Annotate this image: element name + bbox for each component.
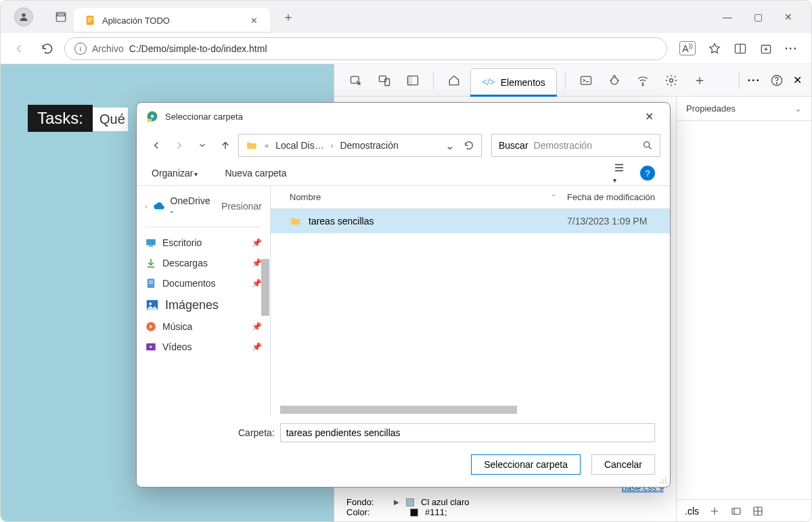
dialog-recent-dropdown[interactable] xyxy=(192,135,212,156)
inspect-icon[interactable] xyxy=(344,68,368,93)
refresh-icon[interactable] xyxy=(464,140,474,151)
nav-refresh-button[interactable] xyxy=(36,37,59,60)
breadcrumb-local-disk[interactable]: Local Dis… xyxy=(275,140,324,151)
device-toggle-icon[interactable] xyxy=(372,68,397,93)
dialog-titlebar[interactable]: Seleccionar carpeta ✕ xyxy=(137,103,670,130)
window-minimize-icon[interactable]: — xyxy=(723,11,732,22)
sidebar-item-documents[interactable]: Documentos📌 xyxy=(137,273,270,293)
help-icon[interactable] xyxy=(765,68,789,93)
col-date[interactable]: Fecha de modificación xyxy=(567,192,655,202)
add-rule-icon[interactable] xyxy=(708,505,721,517)
dialog-app-icon xyxy=(146,110,158,122)
sidebar-scrollbar[interactable] xyxy=(261,259,269,316)
breadcrumb-overflow[interactable]: « xyxy=(265,141,269,149)
browser-tab[interactable]: Aplicación TODO ✕ xyxy=(74,8,270,32)
folder-picker-dialog: Seleccionar carpeta ✕ « Local Dis… › Dem… xyxy=(136,102,671,488)
list-h-scrollbar[interactable] xyxy=(280,406,660,414)
split-screen-icon[interactable] xyxy=(734,42,747,55)
console-icon[interactable] xyxy=(574,68,598,93)
col-name[interactable]: Nombre xyxy=(290,192,540,202)
svg-point-17 xyxy=(669,78,673,82)
drive-icon xyxy=(246,139,258,151)
svg-rect-6 xyxy=(88,21,91,22)
devtools-close-icon[interactable]: ✕ xyxy=(793,74,802,87)
dialog-help-icon[interactable]: ? xyxy=(640,166,655,181)
breadcrumb[interactable]: « Local Dis… › Demostración ⌄ xyxy=(238,134,482,157)
css-prop-color[interactable]: Color: #111; xyxy=(346,507,664,517)
resize-grip-icon[interactable] xyxy=(658,475,667,484)
folder-name-input[interactable] xyxy=(280,423,655,442)
network-conditions-icon[interactable] xyxy=(631,68,655,93)
color-swatch-icon[interactable] xyxy=(410,508,418,517)
window-close-icon[interactable]: ✕ xyxy=(784,11,792,22)
sidebar-item-downloads[interactable]: Descargas📌 xyxy=(137,253,270,273)
dialog-up-button[interactable] xyxy=(215,135,235,156)
computed-icon[interactable] xyxy=(752,505,764,517)
issues-icon[interactable] xyxy=(602,68,627,93)
cls-label[interactable]: .cls xyxy=(685,506,699,517)
css-prop-background[interactable]: Fondo: ▶ Cl azul claro xyxy=(346,497,664,507)
profile-avatar[interactable] xyxy=(14,7,33,26)
tab-actions-icon[interactable] xyxy=(48,4,74,30)
tab-elements[interactable]: </> Elementos xyxy=(470,68,557,97)
svg-point-19 xyxy=(776,82,777,83)
svg-rect-20 xyxy=(732,508,740,515)
list-item[interactable]: tareas sencillas 7/13/2023 1:09 PM xyxy=(271,209,670,233)
svg-rect-28 xyxy=(149,246,153,247)
svg-rect-14 xyxy=(581,76,591,85)
tab-close-icon[interactable]: ✕ xyxy=(248,16,259,26)
new-folder-button[interactable]: Nueva carpeta xyxy=(225,168,286,179)
settings-icon[interactable] xyxy=(659,68,683,93)
more-menu-icon[interactable]: ··· xyxy=(785,43,798,55)
dialog-forward-button[interactable] xyxy=(169,135,189,156)
site-info-icon[interactable]: i xyxy=(74,43,87,55)
toggle-classes-icon[interactable] xyxy=(730,505,742,517)
nav-back-button[interactable] xyxy=(7,37,30,60)
properties-panel-header[interactable]: Propiedades ⌄ xyxy=(677,97,811,121)
select-folder-button[interactable]: Seleccionar carpeta xyxy=(471,454,581,475)
list-header[interactable]: Nombre ⌃ Fecha de modificación xyxy=(271,186,670,209)
more-tabs-icon[interactable]: ＋ xyxy=(687,68,712,93)
address-bar[interactable]: i Archivo C:/Demo/simple-to-do/index.htm… xyxy=(64,37,667,60)
expand-icon[interactable]: ▶ xyxy=(394,498,399,506)
task-input[interactable]: Qué xyxy=(93,108,128,131)
chevron-right-icon: › xyxy=(331,141,334,149)
sidebar-item-videos[interactable]: Vídeos📌 xyxy=(137,337,270,357)
chevron-down-icon: ⌄ xyxy=(794,103,802,114)
new-tab-button[interactable]: ＋ xyxy=(282,9,294,25)
svg-rect-30 xyxy=(149,281,153,281)
dialog-back-button[interactable] xyxy=(146,135,166,156)
svg-rect-2 xyxy=(58,14,65,16)
dialog-title: Seleccionar carpeta xyxy=(165,112,243,122)
svg-rect-31 xyxy=(149,283,153,283)
organize-menu[interactable]: Organizar▾ xyxy=(152,168,198,179)
read-aloud-icon[interactable]: A)) xyxy=(679,41,695,55)
cancel-button[interactable]: Cancelar xyxy=(591,454,655,475)
tab-elements-label: Elementos xyxy=(501,77,545,88)
sidebar-item-desktop[interactable]: Escritorio📌 xyxy=(137,233,270,253)
tab-title: Aplicación TODO xyxy=(102,16,242,26)
welcome-icon[interactable] xyxy=(442,68,466,93)
color-swatch-icon[interactable] xyxy=(406,498,414,506)
svg-point-41 xyxy=(660,482,661,483)
window-maximize-icon[interactable]: ▢ xyxy=(754,11,763,22)
item-date: 7/13/2023 1:09 PM xyxy=(567,216,647,227)
elements-tab-icon: </> xyxy=(482,77,495,88)
breadcrumb-demo[interactable]: Demostración xyxy=(340,140,398,151)
svg-rect-13 xyxy=(408,76,412,85)
sidebar-item-music[interactable]: Música📌 xyxy=(137,316,270,337)
collections-icon[interactable] xyxy=(759,42,773,55)
sidebar-item-images[interactable]: Imágenes xyxy=(137,293,270,316)
devtools-more-icon[interactable]: ··· xyxy=(748,74,761,87)
favorite-icon[interactable] xyxy=(708,42,721,55)
cls-toggle-row: .cls xyxy=(677,499,811,522)
dock-icon[interactable] xyxy=(401,68,425,93)
dialog-sidebar: › OneDrive - Presionar Escritorio📌 Desca… xyxy=(137,186,271,417)
dialog-close-icon[interactable]: ✕ xyxy=(637,110,660,123)
view-mode-icon[interactable]: ▾ xyxy=(613,162,625,185)
dialog-search-input[interactable]: Buscar Demostración xyxy=(491,134,660,157)
breadcrumb-dropdown-icon[interactable]: ⌄ xyxy=(445,139,454,152)
search-icon xyxy=(642,140,653,151)
sidebar-item-onedrive[interactable]: › OneDrive - Presionar xyxy=(137,191,270,221)
pin-icon: 📌 xyxy=(252,322,262,331)
